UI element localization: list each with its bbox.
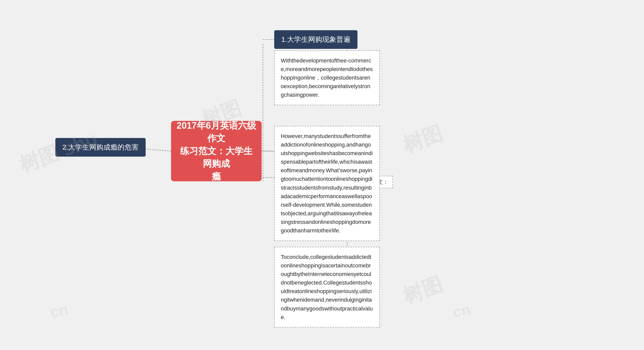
watermark-3: 树图 — [399, 120, 446, 159]
text-box-2-content: However,manystudentssufferfromtheaddicti… — [281, 133, 373, 234]
watermark-cn-1: cn — [49, 301, 69, 321]
text-box-3: Toconclude,collegestudentsaddictedtoonli… — [274, 247, 380, 328]
text-box-1-content: Withthedevelopmentofthee-commerce,morean… — [281, 57, 373, 98]
top-right-label: 1.大学生网购现象普遍 — [281, 36, 350, 43]
center-node: 2017年6月英语六级作文 练习范文：大学生网购成 瘾 — [171, 121, 262, 181]
center-title: 2017年6月英语六级作文 练习范文：大学生网购成 瘾 — [176, 119, 257, 183]
text-box-1: Withthedevelopmentofthee-commerce,morean… — [274, 50, 380, 105]
watermark-4: 树图 — [399, 271, 446, 310]
text-box-2: However,manystudentssufferfromtheaddicti… — [274, 126, 380, 241]
watermark-cn-2: cn — [452, 301, 472, 321]
svg-line-13 — [262, 40, 274, 151]
top-right-node: 1.大学生网购现象普遍 — [274, 30, 357, 49]
left-node: 2.大学生网购成瘾的危害 — [55, 138, 146, 157]
left-label: 2.大学生网购成瘾的危害 — [62, 143, 139, 151]
text-box-3-content: Toconclude,collegestudentsaddictedtoonli… — [281, 254, 373, 320]
